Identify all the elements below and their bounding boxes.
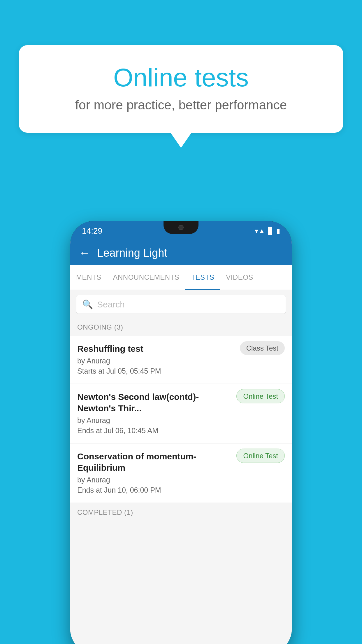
tab-tests[interactable]: TESTS (185, 265, 220, 290)
test-item[interactable]: Conservation of momentum-Equilibrium by … (70, 444, 292, 503)
back-button[interactable]: ← (79, 247, 90, 259)
phone-notch (164, 221, 198, 234)
speech-bubble-container: Online tests for more practice, better p… (19, 45, 343, 148)
front-camera (178, 225, 184, 230)
test-item[interactable]: Reshuffling test by Anurag Starts at Jul… (70, 336, 292, 384)
battery-icon: ▮ (276, 227, 280, 235)
signal-icon: ▊ (268, 227, 273, 235)
search-bar-container: 🔍 Search (70, 290, 292, 318)
search-bar[interactable]: 🔍 Search (76, 295, 286, 314)
status-bar: 14:29 ▾▲ ▊ ▮ (70, 221, 292, 241)
test-badge: Class Test (240, 341, 285, 355)
test-item-author: by Anurag (77, 416, 232, 425)
ongoing-section-header: ONGOING (3) (70, 318, 292, 336)
test-item-badge-container: Online Test (236, 391, 285, 400)
test-item-name: Conservation of momentum-Equilibrium (77, 451, 232, 473)
speech-bubble-title: Online tests (42, 63, 320, 92)
app-header: ← Learning Light (70, 241, 292, 265)
test-item-details: Newton's Second law(contd)-Newton's Thir… (77, 391, 232, 435)
test-item-details: Conservation of momentum-Equilibrium by … (77, 451, 232, 494)
phone-frame: 14:29 ▾▲ ▊ ▮ ← Learning Light MENTS ANNO… (70, 221, 292, 644)
test-item-author: by Anurag (77, 476, 232, 484)
completed-section-header: COMPLETED (1) (70, 504, 292, 521)
app-header-title: Learning Light (97, 247, 167, 259)
tabs-bar: MENTS ANNOUNCEMENTS TESTS VIDEOS (70, 265, 292, 290)
test-badge: Online Test (236, 449, 285, 463)
test-item-author: by Anurag (77, 357, 235, 365)
test-item-badge-container: Class Test (240, 343, 285, 352)
tab-ments[interactable]: MENTS (70, 265, 107, 290)
app-screen: ← Learning Light MENTS ANNOUNCEMENTS TES… (70, 241, 292, 644)
tab-announcements[interactable]: ANNOUNCEMENTS (107, 265, 185, 290)
wifi-icon: ▾▲ (255, 227, 265, 235)
test-item-date: Starts at Jul 05, 05:45 PM (77, 367, 235, 375)
search-placeholder: Search (97, 300, 125, 309)
status-icons: ▾▲ ▊ ▮ (255, 227, 280, 235)
test-item-details: Reshuffling test by Anurag Starts at Jul… (77, 343, 235, 375)
test-item[interactable]: Newton's Second law(contd)-Newton's Thir… (70, 384, 292, 443)
tab-videos[interactable]: VIDEOS (220, 265, 259, 290)
content-area: ONGOING (3) Reshuffling test by Anurag S… (70, 318, 292, 644)
test-item-name: Newton's Second law(contd)-Newton's Thir… (77, 391, 232, 414)
test-item-date: Ends at Jun 10, 06:00 PM (77, 486, 232, 494)
test-item-badge-container: Online Test (236, 451, 285, 460)
test-item-date: Ends at Jul 06, 10:45 AM (77, 426, 232, 435)
speech-bubble: Online tests for more practice, better p… (19, 45, 343, 133)
search-icon: 🔍 (82, 299, 93, 309)
speech-bubble-subtitle: for more practice, better performance (42, 98, 320, 112)
test-item-name: Reshuffling test (77, 343, 235, 354)
speech-bubble-arrow (171, 133, 191, 148)
test-badge: Online Test (236, 389, 285, 403)
status-bar-time: 14:29 (82, 226, 102, 236)
